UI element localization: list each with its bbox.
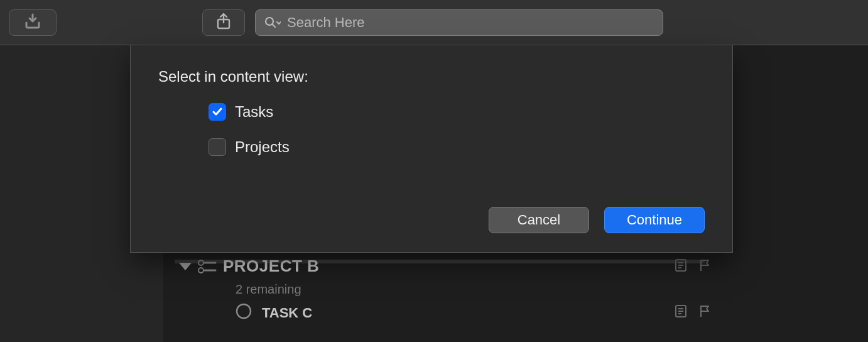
option-label: Projects — [235, 138, 290, 156]
flag-icon[interactable] — [698, 304, 711, 322]
task-row[interactable]: TASK C — [173, 297, 724, 323]
option-tasks[interactable]: Tasks — [209, 103, 705, 121]
svg-point-5 — [198, 268, 203, 273]
project-header[interactable]: PROJECT B — [173, 253, 724, 280]
note-icon[interactable] — [675, 258, 687, 275]
svg-line-2 — [273, 25, 275, 27]
download-button[interactable] — [9, 9, 57, 36]
download-icon — [24, 13, 41, 32]
project-parallel-icon — [198, 259, 217, 274]
flag-icon[interactable] — [698, 258, 711, 275]
select-content-dialog: Select in content view: Tasks Projects C… — [130, 45, 733, 253]
disclosure-triangle-icon[interactable] — [179, 263, 192, 270]
cancel-button[interactable]: Cancel — [489, 207, 589, 233]
project-list: PROJECT B 2 remaining TASK C — [173, 253, 724, 323]
search-field[interactable] — [255, 9, 663, 36]
checkbox-projects[interactable] — [209, 138, 226, 156]
task-title: TASK C — [262, 305, 312, 321]
dialog-title: Select in content view: — [158, 68, 705, 86]
svg-point-3 — [198, 260, 203, 265]
option-projects[interactable]: Projects — [209, 138, 705, 156]
checkbox-tasks[interactable] — [209, 103, 226, 121]
svg-point-1 — [266, 18, 273, 25]
project-subtitle: 2 remaining — [173, 282, 724, 297]
project-title: PROJECT B — [223, 256, 319, 276]
svg-point-11 — [237, 304, 251, 318]
note-icon[interactable] — [675, 304, 687, 322]
option-label: Tasks — [235, 103, 273, 121]
share-button[interactable] — [202, 9, 245, 36]
task-status-circle-icon[interactable] — [236, 303, 252, 323]
share-icon — [216, 13, 231, 33]
search-icon — [264, 16, 281, 29]
search-input[interactable] — [287, 14, 654, 31]
toolbar — [0, 0, 868, 45]
continue-button[interactable]: Continue — [604, 207, 705, 233]
